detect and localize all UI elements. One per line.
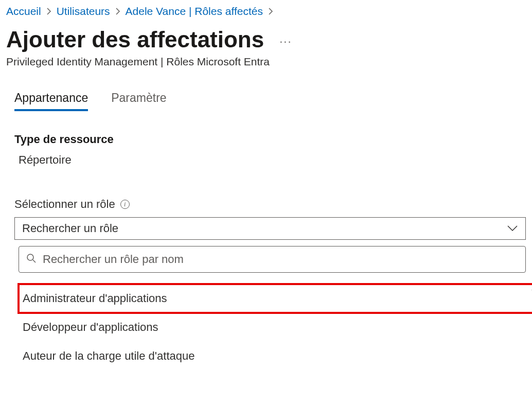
more-actions-button[interactable]: ···: [279, 31, 292, 48]
chevron-right-icon: [115, 8, 120, 15]
role-search-box[interactable]: [19, 246, 526, 273]
tab-membership[interactable]: Appartenance: [14, 91, 88, 111]
breadcrumb: Accueil Utilisateurs Adele Vance | Rôles…: [6, 5, 526, 17]
chevron-right-icon: [46, 8, 51, 15]
role-option[interactable]: Administrateur d'applications: [19, 284, 532, 313]
role-select-trigger[interactable]: Rechercher un rôle: [14, 217, 526, 240]
select-role-label: Sélectionner un rôle: [14, 198, 115, 211]
page-subtitle: Privileged Identity Management | Rôles M…: [6, 56, 526, 68]
svg-point-0: [27, 254, 33, 260]
breadcrumb-link-home[interactable]: Accueil: [6, 5, 41, 17]
resource-type-value: Répertoire: [14, 153, 526, 167]
role-search-input[interactable]: [43, 253, 518, 266]
role-select-placeholder: Rechercher un rôle: [22, 222, 118, 235]
role-option[interactable]: Développeur d'applications: [19, 313, 532, 342]
svg-line-1: [33, 260, 36, 262]
search-icon: [26, 253, 37, 266]
role-dropdown-panel: Administrateur d'applications Développeu…: [14, 246, 526, 371]
breadcrumb-link-users[interactable]: Utilisateurs: [57, 5, 110, 17]
breadcrumb-link-user-roles[interactable]: Adele Vance | Rôles affectés: [126, 5, 263, 17]
chevron-down-icon: [507, 225, 518, 232]
role-options-list: Administrateur d'applications Développeu…: [19, 284, 532, 371]
chevron-right-icon: [268, 8, 273, 15]
page-title: Ajouter des affectations: [6, 27, 264, 52]
tab-settings[interactable]: Paramètre: [111, 91, 166, 111]
role-option[interactable]: Auteur de la charge utile d'attaque: [19, 342, 532, 371]
info-icon[interactable]: i: [120, 200, 130, 209]
tabs: Appartenance Paramètre: [6, 91, 526, 111]
resource-type-label: Type de ressource: [14, 133, 526, 146]
